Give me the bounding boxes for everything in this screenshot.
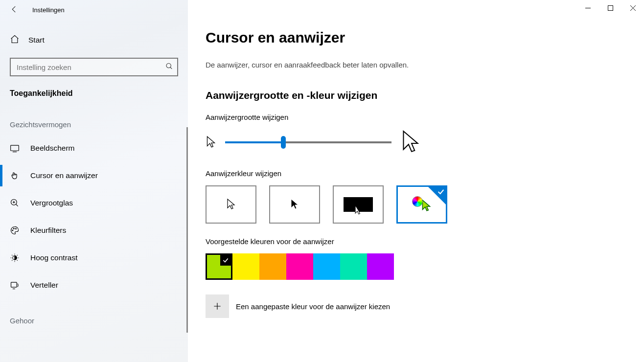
nav-display[interactable]: Beeldscherm (0, 135, 188, 162)
group-vision: Gezichtsvermogen (0, 98, 188, 135)
swatch-1[interactable] (232, 253, 259, 280)
pointer-mode-inverted[interactable] (333, 185, 384, 224)
svg-rect-7 (11, 282, 17, 287)
home-icon (10, 34, 20, 46)
cursor-small-icon (206, 136, 216, 149)
pointer-hand-icon (10, 171, 20, 181)
nav-high-contrast-label: Hoog contrast (30, 253, 78, 262)
nav-cursor-pointer[interactable]: Cursor en aanwijzer (0, 162, 188, 189)
selected-corner (428, 187, 446, 204)
contrast-icon (10, 253, 20, 263)
svg-rect-1 (11, 145, 19, 151)
pointer-color-mode-row (206, 185, 624, 224)
search-wrap (10, 58, 178, 76)
pointer-color-label: Aanwijzerkleur wijzigen (206, 169, 624, 178)
pointer-size-label: Aanwijzergrootte wijzigen (206, 113, 624, 121)
custom-color-button[interactable] (206, 294, 229, 318)
custom-color-label: Een aangepaste kleur voor de aanwijzer k… (236, 302, 390, 311)
svg-point-3 (12, 230, 13, 231)
section-header-accessibility: Toegankelijkheid (0, 76, 188, 98)
swatch-check-icon (220, 255, 231, 266)
swatch-6[interactable] (367, 253, 394, 280)
nav-magnifier[interactable]: Vergrootglas (0, 189, 188, 217)
group-hearing: Gehoor (0, 299, 188, 331)
slider-thumb[interactable] (281, 136, 286, 149)
color-wheel-icon (412, 196, 423, 207)
nav-home[interactable]: Start (0, 20, 188, 51)
swatch-row (206, 253, 624, 280)
app-title: Instellingen (32, 6, 65, 14)
display-icon (10, 143, 20, 153)
page-title: Cursor en aanwijzer (206, 29, 624, 46)
nav-color-filters-label: Kleurfilters (30, 226, 66, 235)
nav-narrator-label: Verteller (30, 281, 58, 290)
nav-cursor-pointer-label: Cursor en aanwijzer (30, 171, 98, 180)
swatch-4[interactable] (313, 253, 340, 280)
nav-narrator[interactable]: Verteller (0, 272, 188, 299)
swatch-3[interactable] (286, 253, 313, 280)
pointer-mode-custom-color[interactable] (396, 185, 447, 224)
svg-point-5 (16, 228, 17, 229)
nav-display-label: Beeldscherm (30, 144, 74, 153)
pointer-size-slider[interactable] (225, 141, 391, 143)
narrator-icon (10, 280, 20, 290)
plus-icon (212, 301, 222, 311)
nav-home-label: Start (28, 36, 45, 45)
swatch-5[interactable] (340, 253, 367, 280)
pointer-mode-white[interactable] (206, 185, 256, 224)
nav-magnifier-label: Vergrootglas (30, 199, 73, 207)
page-subtitle: De aanwijzer, cursor en aanraakfeedback … (206, 61, 624, 69)
titlebar: Instellingen (0, 0, 188, 20)
nav-high-contrast[interactable]: Hoog contrast (0, 244, 188, 272)
nav-color-filters[interactable]: Kleurfilters (0, 217, 188, 244)
custom-color-row: Een aangepaste kleur voor de aanwijzer k… (206, 294, 624, 318)
pointer-size-row (206, 129, 624, 156)
cursor-inverted-icon (354, 205, 363, 216)
slider-fill (225, 141, 283, 143)
inverted-bg (344, 197, 373, 212)
swatch-0[interactable] (206, 253, 232, 280)
cursor-black-icon (290, 198, 299, 211)
cursor-large-icon (400, 129, 421, 156)
search-input[interactable] (10, 58, 178, 76)
palette-icon (10, 226, 20, 235)
section-size-color-title: Aanwijzergrootte en -kleur wijzigen (206, 90, 624, 101)
main-content: Cursor en aanwijzer De aanwijzer, cursor… (188, 0, 644, 362)
svg-point-4 (14, 228, 15, 229)
pointer-mode-black[interactable] (269, 185, 320, 224)
check-icon (437, 188, 445, 196)
back-icon[interactable] (10, 5, 19, 15)
cursor-white-icon (226, 198, 236, 211)
magnifier-plus-icon (10, 198, 20, 208)
swatch-2[interactable] (259, 253, 286, 280)
swatches-label: Voorgestelde kleuren voor de aanwijzer (206, 237, 624, 246)
sidebar: Instellingen Start Toegankelijkheid Gezi… (0, 0, 188, 362)
